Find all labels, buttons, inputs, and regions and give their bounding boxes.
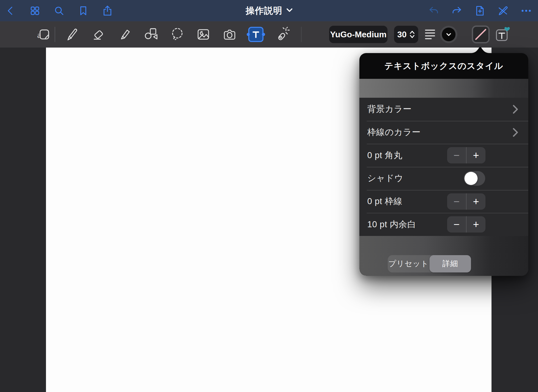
toolbar-divider [301, 27, 302, 42]
textbox-style-popover: テキストボックスのスタイル 背景カラー 枠線のカラー [359, 53, 528, 276]
preset-detail-segmented-control: プリセット 詳細 [388, 255, 471, 272]
shapes-tool-button[interactable] [142, 26, 159, 43]
redo-button[interactable] [450, 4, 463, 17]
popover-footer: プリセット 詳細 [359, 236, 528, 276]
shapes-icon [143, 27, 158, 42]
text-style-favorite-button[interactable] [494, 26, 511, 43]
undo-icon [428, 5, 439, 17]
font-size-value: 30 [397, 30, 407, 39]
row-padding: 10 pt 内余白 − + [359, 213, 528, 236]
row-corner-radius: 0 pt 角丸 − + [359, 144, 528, 167]
textbox-style-button[interactable] [472, 25, 490, 43]
back-chevron-icon [5, 5, 17, 17]
svg-text:a: a [37, 30, 41, 40]
bookmark-button[interactable] [77, 4, 90, 17]
selection-handle-right [262, 33, 265, 36]
shadow-toggle[interactable] [464, 171, 485, 186]
share-button[interactable] [101, 4, 114, 17]
undo-button[interactable] [427, 4, 440, 17]
highlighter-icon [117, 27, 132, 42]
toggle-knob [464, 172, 478, 185]
minus-button[interactable]: − [447, 216, 467, 233]
chevron-right-icon [512, 104, 519, 115]
bookmark-icon [77, 5, 89, 17]
page-template-button[interactable]: a [36, 26, 51, 43]
plus-button[interactable]: + [467, 193, 485, 210]
thumbnails-button[interactable] [28, 4, 42, 17]
camera-icon [222, 27, 237, 42]
font-family-button[interactable]: YuGo-Medium [329, 26, 387, 43]
plus-button[interactable]: + [467, 216, 485, 233]
grid-icon [29, 5, 41, 17]
laser-pointer-button[interactable] [274, 26, 291, 43]
image-icon [196, 27, 211, 42]
minus-button[interactable]: − [447, 147, 467, 163]
row-label: シャドウ [367, 172, 403, 184]
preset-segment-button[interactable]: プリセット [388, 255, 430, 272]
row-label: 10 pt 内余白 [367, 219, 416, 230]
row-background-color[interactable]: 背景カラー [359, 98, 528, 121]
updown-chevron-icon [409, 30, 415, 39]
align-left-icon [422, 27, 438, 42]
popover-arrow [471, 46, 489, 53]
highlighter-tool-button[interactable] [116, 26, 133, 43]
laser-pointer-icon [275, 27, 290, 42]
border-width-stepper: − + [447, 193, 485, 210]
eraser-icon [91, 27, 106, 42]
text-tool-button[interactable] [247, 26, 264, 43]
search-icon [53, 5, 65, 17]
search-button[interactable] [53, 4, 66, 17]
row-label: 0 pt 枠線 [367, 195, 402, 207]
pen-icon [64, 27, 80, 42]
detail-segment-button[interactable]: 詳細 [430, 255, 471, 272]
app-screen: 操作説明 [0, 0, 538, 392]
font-name-label: YuGo-Medium [330, 30, 386, 39]
chevron-down-icon [287, 8, 292, 13]
lasso-tool-button[interactable] [169, 26, 185, 43]
popover-title: テキストボックスのスタイル [384, 60, 503, 72]
pen-disabled-icon [497, 5, 509, 17]
tool-bar: a [0, 21, 538, 48]
add-page-button[interactable] [473, 4, 487, 17]
selection-handle-left [247, 33, 250, 36]
toolbar-divider [55, 27, 55, 42]
minus-button[interactable]: − [447, 193, 467, 210]
text-color-button[interactable] [440, 25, 458, 43]
top-navigation-bar: 操作説明 [0, 0, 538, 21]
pen-tool-button[interactable] [64, 26, 80, 43]
chevron-down-icon [446, 33, 451, 36]
page-template-icon: a [36, 27, 51, 42]
eraser-tool-button[interactable] [90, 26, 107, 43]
back-button[interactable] [4, 4, 17, 17]
color-ring [440, 26, 457, 43]
popover-rows: 背景カラー 枠線のカラー 0 pt 角丸 [359, 98, 528, 236]
row-label: 0 pt 角丸 [367, 149, 402, 161]
text-style-heart-icon [494, 26, 511, 43]
row-label: 枠線のカラー [367, 126, 421, 138]
popover-header: テキストボックスのスタイル [359, 53, 528, 79]
row-label: 背景カラー [367, 103, 412, 115]
chevron-right-icon [512, 127, 519, 138]
lasso-icon [169, 27, 185, 42]
camera-tool-button[interactable] [221, 26, 238, 43]
plus-button[interactable]: + [467, 147, 485, 163]
redo-icon [451, 5, 463, 17]
padding-stepper: − + [447, 216, 485, 233]
current-color-swatch [442, 28, 456, 41]
image-tool-button[interactable] [195, 26, 212, 43]
row-border-color[interactable]: 枠線のカラー [359, 121, 528, 144]
row-border-width: 0 pt 枠線 − + [359, 190, 528, 213]
text-align-button[interactable] [422, 26, 438, 43]
no-border-line-icon [474, 27, 488, 42]
text-tool-selected-icon [248, 27, 263, 42]
readonly-mode-button[interactable] [496, 4, 510, 17]
popover-spacer-band [359, 79, 528, 98]
add-page-icon [474, 5, 486, 17]
corner-radius-stepper: − + [447, 147, 485, 163]
document-title-button[interactable]: 操作説明 [246, 0, 292, 21]
font-size-stepper[interactable]: 30 [394, 26, 418, 43]
ellipsis-icon [520, 5, 532, 17]
share-icon [102, 5, 113, 17]
row-shadow: シャドウ [359, 167, 528, 190]
more-options-button[interactable] [520, 4, 533, 17]
